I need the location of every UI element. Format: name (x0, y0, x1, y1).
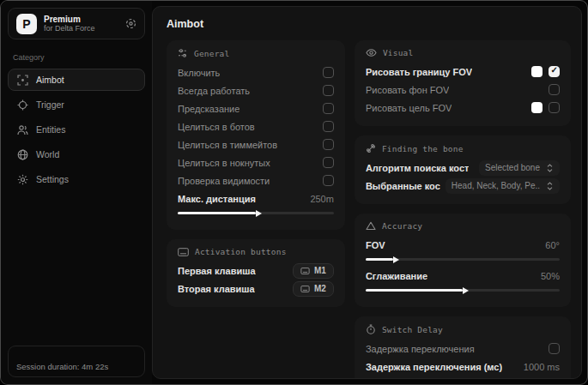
sidebar-item-label: Entities (36, 124, 65, 135)
trigger-crosshair-icon (17, 99, 28, 111)
category-label: Category (13, 53, 140, 62)
keybind-button-primary[interactable]: M1 (293, 263, 334, 279)
max-distance-value: 250m (310, 194, 334, 204)
world-globe-icon (17, 149, 28, 160)
unfold-icon (546, 182, 554, 190)
page-title: Aimbot (167, 18, 571, 30)
card-title-accuracy: Accuracy (382, 221, 422, 231)
checkbox-visibility-check[interactable] (323, 175, 334, 186)
slider-label-row: FOV 60° (366, 236, 560, 254)
card-general: General Включить Всегда работать Предска… (167, 40, 345, 230)
bone-search-algorithm-select[interactable]: Selected bone (479, 160, 560, 176)
card-finding-bone: Finding the bone Алгоритм поиска кост Se… (355, 135, 571, 204)
toggle-row: Целиться в тиммейтов (178, 135, 334, 153)
checkbox-target-knocked[interactable] (323, 157, 334, 168)
fov-value: 60° (545, 240, 560, 250)
fov-slider[interactable] (366, 258, 560, 261)
card-visual: Visual Рисовать границу FOV Рисовать фон… (355, 40, 571, 126)
checkbox-switch-delay[interactable] (549, 343, 560, 354)
card-title-switch-delay: Switch Delay (382, 325, 443, 334)
card-title-visual: Visual (383, 48, 414, 57)
sliders-icon (178, 48, 188, 58)
entities-users-icon (17, 124, 28, 135)
card-activation-buttons: Activation buttons Первая клавиша M1 (167, 239, 345, 307)
eye-icon (366, 48, 377, 57)
main-panel: Aimbot General Включить (152, 6, 582, 379)
keybind-button-secondary[interactable]: M2 (293, 281, 334, 297)
sidebar-item-label: Settings (36, 174, 69, 184)
checkbox-draw-fov-target[interactable] (549, 102, 560, 113)
session-duration-text: Session duration: 4m 22s (16, 362, 108, 371)
selected-bones-select[interactable]: Head, Neck, Body, Pe.. (446, 178, 560, 194)
dropdown-row: Выбранные кос Head, Neck, Body, Pe.. (366, 177, 560, 195)
switch-delay-ms-value: 1000 ms (524, 362, 560, 372)
slider-label-row: Макс. дистанция 250m (178, 189, 334, 208)
settings-gear-icon (17, 174, 28, 185)
sync-icon[interactable] (125, 18, 136, 29)
sidebar: P Premium for Delta Force Category Aimbo… (1, 1, 152, 384)
toggle-row: Задержка переключения (366, 340, 560, 358)
app-window: P Premium for Delta Force Category Aimbo… (0, 0, 588, 385)
toggle-row: Целиться в ботов (178, 117, 334, 135)
card-accuracy: Accuracy FOV 60° Сглаживание 50% (355, 214, 571, 307)
keyboard-icon (300, 286, 310, 292)
checkbox-prediction[interactable] (323, 103, 334, 114)
color-swatch-fov-border[interactable] (531, 66, 543, 77)
toggle-row: Целиться в нокнутых (178, 153, 334, 171)
keyboard-icon (178, 248, 189, 256)
dropdown-row: Алгоритм поиска кост Selected bone (366, 159, 560, 177)
card-title-bone: Finding the bone (382, 144, 464, 153)
aimbot-crosshair-icon (17, 75, 28, 86)
card-title-activation: Activation buttons (195, 247, 287, 256)
smoothing-value: 50% (541, 271, 560, 281)
triangle-icon (366, 221, 376, 231)
checkbox-draw-fov-border[interactable] (549, 66, 560, 77)
toggle-row: Всегда работать (178, 81, 334, 99)
license-box: P Premium for Delta Force (8, 8, 145, 39)
keybind-row: Вторая клавиша M2 (178, 280, 334, 298)
checkbox-target-bots[interactable] (323, 121, 334, 132)
sidebar-item-settings[interactable]: Settings (8, 168, 145, 190)
slider-label-row: Задержка переключения (мс) 1000 ms (366, 358, 560, 376)
session-duration-box: Session duration: 4m 22s (8, 346, 145, 377)
app-logo: P (16, 14, 37, 34)
slider-label-row: Сглаживание 50% (366, 267, 560, 285)
sidebar-item-label: Aimbot (36, 75, 64, 85)
card-title-general: General (194, 49, 229, 58)
visual-row: Рисовать границу FOV (366, 63, 560, 81)
toggle-row: Предсказание (178, 99, 334, 117)
checkbox-always-work[interactable] (323, 85, 334, 96)
sidebar-item-world[interactable]: World (8, 143, 145, 165)
checkbox-target-teammates[interactable] (323, 139, 334, 150)
card-switch-delay: Switch Delay Задержка переключения Задер… (355, 316, 571, 379)
color-swatch-fov-target[interactable] (531, 102, 543, 113)
stopwatch-icon (366, 324, 376, 334)
product-subtitle: for Delta Force (44, 24, 118, 33)
visual-row: Рисовать фон FOV (366, 81, 560, 99)
keybind-row: Первая клавиша M1 (178, 262, 334, 280)
toggle-row: Проверка видимости (178, 171, 334, 189)
sidebar-item-label: Trigger (36, 99, 64, 110)
checkbox-draw-fov-background[interactable] (549, 84, 560, 95)
checkbox-enable[interactable] (323, 67, 334, 78)
keyboard-icon (300, 268, 310, 274)
product-name: Premium (44, 15, 118, 25)
sidebar-item-trigger[interactable]: Trigger (8, 93, 145, 116)
bone-icon (366, 143, 376, 153)
sidebar-item-aimbot[interactable]: Aimbot (8, 69, 145, 91)
toggle-row: Включить (178, 63, 334, 81)
sidebar-item-label: World (36, 149, 59, 159)
smoothing-slider[interactable] (366, 289, 560, 292)
max-distance-slider[interactable] (178, 212, 334, 214)
visual-row: Рисовать цель FOV (366, 99, 560, 117)
unfold-icon (546, 164, 554, 172)
sidebar-item-entities[interactable]: Entities (8, 118, 145, 141)
